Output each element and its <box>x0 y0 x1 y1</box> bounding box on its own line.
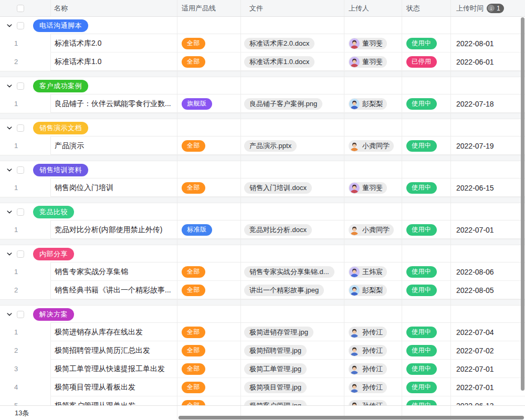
file-chip[interactable]: 标准话术库1.0.docx <box>244 56 314 68</box>
uploader-chip[interactable]: 董羽斐 <box>349 182 387 194</box>
product-line-cell[interactable]: 全部 <box>177 360 240 378</box>
name-cell[interactable]: 标准话术库2.0 <box>50 34 177 52</box>
status-cell[interactable]: 已停用 <box>402 52 450 71</box>
file-chip[interactable]: 极简进销存管理.jpg <box>244 327 313 338</box>
file-cell[interactable]: 良品铺子客户案例.png <box>240 94 344 113</box>
row-index-cell[interactable]: 1 <box>0 34 50 52</box>
group-checkbox[interactable] <box>17 208 24 216</box>
uploader-chip[interactable]: 王炜宸 <box>349 266 387 278</box>
row-index-cell[interactable]: 2 <box>0 341 50 360</box>
product-line-cell[interactable]: 全部 <box>177 378 240 396</box>
uploader-cell[interactable]: 彭梨梨 <box>344 281 402 299</box>
status-badge[interactable]: 使用中 <box>406 266 437 278</box>
group-badge[interactable]: 客户成功案例 <box>33 80 88 92</box>
chevron-down-icon[interactable] <box>6 209 13 215</box>
status-badge[interactable]: 使用中 <box>406 382 437 393</box>
row-index-cell[interactable]: 1 <box>0 220 50 239</box>
file-chip[interactable]: 产品演示.pptx <box>244 140 297 152</box>
uploader-chip[interactable]: 孙传江 <box>349 345 387 356</box>
uploader-chip[interactable]: 董羽斐 <box>349 56 387 68</box>
name-cell[interactable]: 极简工单管理从快速提报工单出发 <box>50 360 177 378</box>
column-header-upload-time[interactable]: 上传时间↓1 <box>450 0 525 16</box>
column-header-status[interactable]: 状态 <box>402 0 450 16</box>
uploader-chip[interactable]: 彭梨梨 <box>349 98 387 110</box>
file-chip[interactable]: 讲出一个精彩故事.jpeg <box>244 285 324 296</box>
upload-date-cell[interactable]: 2022-07-01 <box>450 220 525 239</box>
name-cell[interactable]: 竞品对比分析(内部使用禁止外传) <box>50 220 177 239</box>
uploader-cell[interactable]: 小龚同学 <box>344 220 402 239</box>
table-row[interactable]: 1产品演示全部产品演示.pptx小龚同学使用中2022-07-19 <box>0 136 525 155</box>
table-row[interactable]: 4极简项目管理从看板出发全部极简项目管理.jpg孙传江使用中2022-07-01 <box>0 378 525 396</box>
uploader-chip[interactable]: 孙传江 <box>349 327 387 338</box>
row-index-cell[interactable]: 1 <box>0 136 50 155</box>
table-row[interactable]: 1标准话术库2.0全部标准话术库2.0.docx董羽斐使用中2022-08-01 <box>0 34 525 52</box>
upload-date-cell[interactable]: 2022-07-18 <box>450 94 525 113</box>
uploader-cell[interactable]: 董羽斐 <box>344 178 402 197</box>
group-checkbox[interactable] <box>17 82 24 90</box>
file-cell[interactable]: 销售入门培训.docx <box>240 178 344 197</box>
column-header-name[interactable]: 名称 <box>50 0 177 16</box>
row-index-cell[interactable]: 1 <box>0 94 50 113</box>
product-line-cell[interactable]: 标准版 <box>177 220 240 239</box>
upload-date-cell[interactable]: 2022-08-05 <box>450 281 525 299</box>
status-badge[interactable]: 使用中 <box>406 224 437 236</box>
uploader-cell[interactable]: 王炜宸 <box>344 262 402 281</box>
product-line-badge[interactable]: 全部 <box>182 38 205 49</box>
product-line-badge[interactable]: 全部 <box>182 363 205 375</box>
table-row[interactable]: 1销售专家实战分享集锦全部销售专家实战分享集锦.d...王炜宸使用中2022-0… <box>0 262 525 281</box>
product-line-badge[interactable]: 全部 <box>182 140 205 152</box>
name-cell[interactable]: 销售岗位入门培训 <box>50 178 177 197</box>
product-line-badge[interactable]: 全部 <box>182 345 205 356</box>
group-header-row[interactable]: 电话沟通脚本 <box>0 17 525 34</box>
status-cell[interactable]: 使用中 <box>402 94 450 113</box>
chevron-down-icon[interactable] <box>6 167 13 173</box>
product-line-cell[interactable]: 全部 <box>177 52 240 71</box>
product-line-cell[interactable]: 全部 <box>177 34 240 52</box>
status-cell[interactable]: 使用中 <box>402 136 450 155</box>
file-cell[interactable]: 极简招聘管理.jpg <box>240 341 344 360</box>
product-line-cell[interactable]: 全部 <box>177 178 240 197</box>
product-line-badge[interactable]: 全部 <box>182 266 205 278</box>
uploader-cell[interactable]: 董羽斐 <box>344 34 402 52</box>
file-cell[interactable]: 标准话术库2.0.docx <box>240 34 344 52</box>
status-badge[interactable]: 使用中 <box>406 285 437 296</box>
status-cell[interactable]: 使用中 <box>402 281 450 299</box>
name-cell[interactable]: 极简招聘管理从简历汇总出发 <box>50 341 177 360</box>
row-index-cell[interactable]: 1 <box>0 323 50 341</box>
status-badge[interactable]: 使用中 <box>406 38 437 49</box>
group-checkbox[interactable] <box>17 311 24 318</box>
row-index-cell[interactable]: 2 <box>0 52 50 71</box>
group-badge[interactable]: 解决方案 <box>33 308 74 321</box>
uploader-cell[interactable]: 彭梨梨 <box>344 94 402 113</box>
column-header-file[interactable]: 文件 <box>240 0 344 16</box>
product-line-badge[interactable]: 全部 <box>182 56 205 68</box>
group-header-row[interactable]: 解决方案 <box>0 306 525 323</box>
product-line-cell[interactable]: 旗舰版 <box>177 94 240 113</box>
chevron-down-icon[interactable] <box>6 251 13 257</box>
name-cell[interactable]: 销售经典书籍《讲出一个精彩故事... <box>50 281 177 299</box>
status-badge[interactable]: 已停用 <box>406 56 437 68</box>
table-row[interactable]: 1竞品对比分析(内部使用禁止外传)标准版竞品对比分析.docx小龚同学使用中20… <box>0 220 525 239</box>
group-checkbox[interactable] <box>17 250 24 258</box>
group-badge[interactable]: 销售演示文档 <box>33 122 88 134</box>
status-badge[interactable]: 使用中 <box>406 345 437 356</box>
file-chip[interactable]: 竞品对比分析.docx <box>244 224 312 236</box>
uploader-chip[interactable]: 小龚同学 <box>349 140 394 152</box>
group-badge[interactable]: 竞品比较 <box>33 206 74 218</box>
uploader-cell[interactable]: 孙传江 <box>344 360 402 378</box>
group-badge[interactable]: 电话沟通脚本 <box>33 19 88 32</box>
file-cell[interactable]: 产品演示.pptx <box>240 136 344 155</box>
group-header-row[interactable]: 销售培训资料 <box>0 161 525 178</box>
upload-date-cell[interactable]: 2022-07-01 <box>450 378 525 396</box>
file-cell[interactable]: 竞品对比分析.docx <box>240 220 344 239</box>
status-badge[interactable]: 使用中 <box>406 140 437 152</box>
group-header-row[interactable]: 内部分享 <box>0 245 525 262</box>
table-row[interactable]: 3极简工单管理从快速提报工单出发全部极简工单管理.jpg孙传江使用中2022-0… <box>0 360 525 378</box>
row-index-cell[interactable]: 1 <box>0 262 50 281</box>
name-cell[interactable]: 销售专家实战分享集锦 <box>50 262 177 281</box>
uploader-chip[interactable]: 孙传江 <box>349 382 387 393</box>
product-line-badge[interactable]: 标准版 <box>182 224 212 236</box>
status-cell[interactable]: 使用中 <box>402 341 450 360</box>
uploader-chip[interactable]: 孙传江 <box>349 363 387 375</box>
chevron-down-icon[interactable] <box>6 125 13 131</box>
